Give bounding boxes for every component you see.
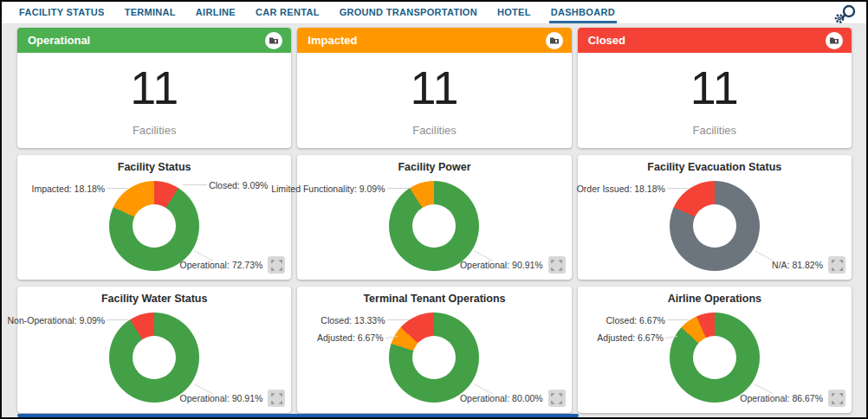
- donut-slice-label: N/A: 81.82%: [772, 260, 823, 270]
- label-leader-line: [667, 188, 689, 189]
- tab-ground-transportation[interactable]: GROUND TRANSPORTATION: [338, 2, 479, 23]
- donut-chart: [389, 181, 479, 271]
- report-icon: [829, 35, 839, 45]
- report-button[interactable]: [826, 32, 843, 49]
- chart-title: Airline Operations: [578, 287, 852, 305]
- donut-slice-label: Closed: 13.33%: [321, 315, 385, 326]
- summary-card-body: 11 Facilities: [17, 64, 291, 137]
- donut-chart: [109, 313, 199, 403]
- expand-chart-button[interactable]: [268, 256, 285, 274]
- fullscreen-expand-icon: [551, 260, 562, 271]
- search-settings-icon[interactable]: [832, 3, 859, 26]
- donut-chart: [670, 313, 760, 403]
- donut-slice-label: Operational: 86.67%: [740, 393, 823, 403]
- summary-card-title: Impacted: [308, 34, 357, 47]
- fullscreen-expand-icon: [551, 393, 562, 404]
- expand-chart-button[interactable]: [828, 256, 845, 274]
- donut-slice-label: Adjusted: 6.67%: [597, 332, 663, 343]
- fullscreen-expand-icon: [271, 260, 282, 271]
- tab-airline[interactable]: AIRLINE: [194, 2, 237, 23]
- donut-slice-label: Operational: 90.91%: [180, 393, 263, 403]
- summary-card-header: Impacted: [297, 28, 571, 53]
- chart-row-2: Facility Water Status Operational: 90.91…: [17, 287, 852, 413]
- chart-title: Facility Water Status: [17, 287, 291, 305]
- label-leader-line: [387, 319, 409, 320]
- facility-count-unit: Facilities: [17, 124, 291, 137]
- donut-slice-label: Adjusted: 6.67%: [317, 332, 383, 343]
- summary-card-impacted: Impacted 11 Facilities: [297, 28, 571, 148]
- report-icon: [269, 35, 279, 45]
- chart-card-facility-power: Facility Power Operational: 90.91%Limite…: [297, 155, 571, 280]
- summary-card-closed: Closed 11 Facilities: [578, 28, 852, 148]
- expand-chart-button[interactable]: [548, 390, 566, 407]
- chart-title: Facility Status: [17, 155, 291, 173]
- horizontal-scrollbar[interactable]: [17, 414, 579, 417]
- facility-count-unit: Facilities: [297, 124, 571, 137]
- tab-dashboard[interactable]: DASHBOARD: [549, 2, 617, 23]
- donut-slice-label: Closed: 9.09%: [209, 180, 268, 190]
- chart-title: Facility Power: [297, 155, 571, 173]
- summary-card-header: Operational: [17, 28, 291, 53]
- summary-card-title: Operational: [28, 34, 90, 47]
- summary-card-body: 11 Facilities: [578, 64, 852, 137]
- tab-terminal[interactable]: TERMINAL: [123, 2, 178, 23]
- donut-slice-label: Closed: 6.67%: [606, 315, 665, 326]
- fullscreen-expand-icon: [832, 393, 843, 404]
- top-navbar: FACILITY STATUS TERMINAL AIRLINE CAR REN…: [2, 2, 866, 24]
- donut-chart: [389, 313, 479, 403]
- fullscreen-expand-icon: [271, 393, 282, 404]
- donut-slice-label: Non-Operational: 9.09%: [8, 315, 106, 326]
- donut-chart: [670, 181, 760, 271]
- donut-chart: [109, 181, 199, 271]
- expand-chart-button[interactable]: [828, 390, 845, 407]
- donut-slice-label: Operational: 80.00%: [460, 393, 543, 403]
- label-leader-line: [107, 188, 128, 189]
- chart-card-terminal-tenant-operations: Terminal Tenant Operations Operational: …: [297, 287, 571, 413]
- summary-row: Operational 11 Facilities Impacted 11 Fa…: [17, 28, 852, 148]
- facility-count: 11: [297, 64, 571, 111]
- tab-car-rental[interactable]: CAR RENTAL: [254, 2, 321, 23]
- tab-facility-status[interactable]: FACILITY STATUS: [17, 2, 107, 23]
- chart-card-facility-water-status: Facility Water Status Operational: 90.91…: [17, 287, 291, 413]
- label-leader-line: [107, 319, 128, 320]
- label-leader-line: [387, 188, 409, 189]
- chart-title: Facility Evacuation Status: [578, 155, 852, 173]
- report-icon: [549, 35, 560, 45]
- label-leader-line: [667, 319, 689, 320]
- report-button[interactable]: [546, 32, 563, 49]
- donut-slice-label: Order Issued: 18.18%: [577, 184, 665, 194]
- chart-card-facility-evacuation-status: Facility Evacuation Status N/A: 81.82%Or…: [578, 155, 852, 280]
- chart-title: Terminal Tenant Operations: [297, 287, 571, 305]
- expand-chart-button[interactable]: [268, 390, 285, 407]
- summary-card-title: Closed: [588, 34, 625, 47]
- donut-slice-label: Operational: 72.73%: [180, 260, 263, 270]
- report-button[interactable]: [265, 32, 282, 49]
- expand-chart-button[interactable]: [548, 256, 566, 274]
- label-leader-line: [183, 184, 207, 185]
- chart-card-airline-operations: Airline Operations Operational: 86.67%Ad…: [578, 287, 852, 413]
- fullscreen-expand-icon: [832, 260, 843, 271]
- summary-card-header: Closed: [578, 28, 852, 53]
- donut-slice-label: Impacted: 18.18%: [32, 184, 106, 194]
- summary-card-operational: Operational 11 Facilities: [17, 28, 291, 148]
- dashboard-content: Operational 11 Facilities Impacted 11 Fa…: [2, 24, 866, 413]
- donut-slice-label: Operational: 90.91%: [460, 260, 543, 270]
- facility-count: 11: [17, 64, 291, 111]
- chart-row-1: Facility Status Closed: 9.09%Operational…: [17, 155, 852, 280]
- summary-card-body: 11 Facilities: [297, 64, 571, 137]
- label-leader-line: [755, 250, 774, 261]
- donut-slice-label: Limited Functionality: 9.09%: [271, 184, 385, 194]
- tab-hotel[interactable]: HOTEL: [496, 2, 533, 23]
- facility-count: 11: [578, 64, 852, 111]
- chart-card-facility-status: Facility Status Closed: 9.09%Operational…: [17, 155, 291, 280]
- facility-count-unit: Facilities: [578, 124, 852, 137]
